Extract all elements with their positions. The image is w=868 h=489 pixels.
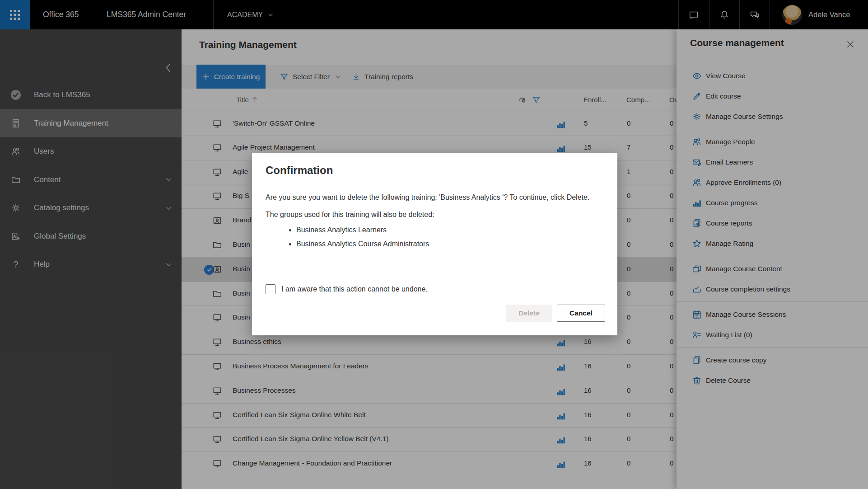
confirm-checkbox[interactable] xyxy=(266,284,275,294)
group-to-delete: Business Analytics Learners xyxy=(296,226,603,234)
confirm-checkbox-label: I am aware that this action cannot be un… xyxy=(281,285,428,293)
confirmation-dialog: Confirmation Are you sure you want to de… xyxy=(252,153,617,335)
cancel-button[interactable]: Cancel xyxy=(557,305,605,322)
dialog-title: Confirmation xyxy=(266,164,603,177)
confirm-checkbox-row: I am aware that this action cannot be un… xyxy=(266,284,428,294)
delete-button[interactable]: Delete xyxy=(506,305,552,322)
group-to-delete: Business Analytics Course Administrators xyxy=(296,240,603,248)
dialog-groups-message: The groups used for this training will a… xyxy=(266,211,603,219)
dialog-message: Are you sure you want to delete the foll… xyxy=(266,192,602,202)
lms365-admin-app: Office 365 LMS365 Admin Center ACADEMY A… xyxy=(0,0,868,489)
groups-to-delete-list: Business Analytics LearnersBusiness Anal… xyxy=(296,226,603,248)
